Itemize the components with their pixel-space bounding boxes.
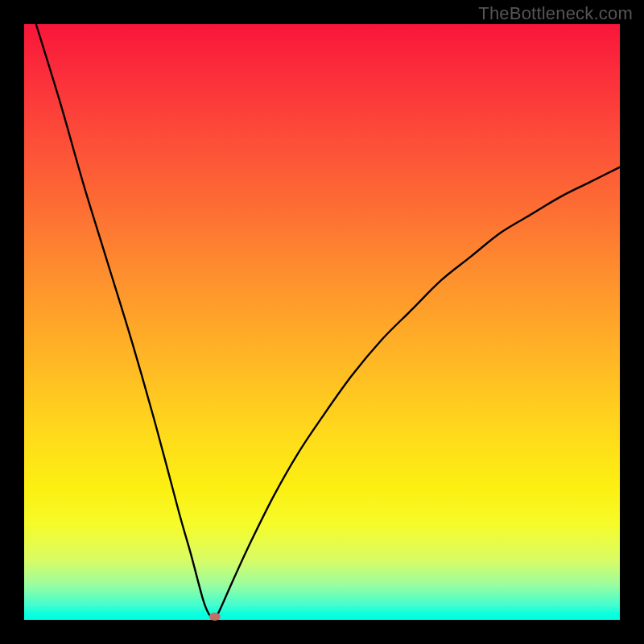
bottleneck-curve <box>24 24 620 620</box>
bottleneck-curve-path <box>36 24 620 620</box>
watermark-text: TheBottleneck.com <box>478 3 633 24</box>
plot-area <box>24 24 620 620</box>
minimum-marker <box>209 613 221 621</box>
chart-frame: TheBottleneck.com <box>0 0 644 644</box>
